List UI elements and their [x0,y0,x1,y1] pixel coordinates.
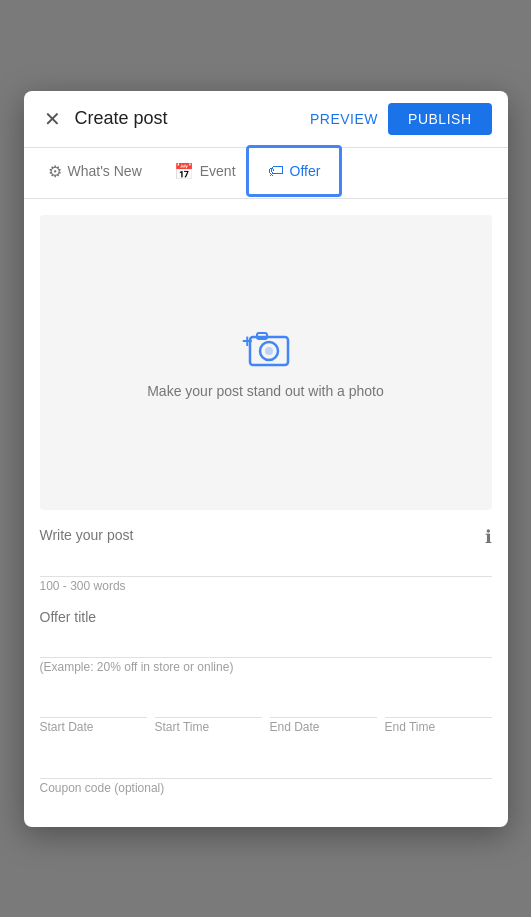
tab-event-label: Event [200,163,236,179]
camera-icon-wrap: + [240,325,292,371]
end-date-label: End Date [270,720,377,734]
start-date-label: Start Date [40,720,147,734]
write-post-hint: 100 - 300 words [40,579,492,593]
photo-upload-area[interactable]: + Make your post stand out with a photo [40,215,492,510]
svg-point-3 [265,347,273,355]
create-post-modal: ✕ Create post PREVIEW PUBLISH ⚙ What's N… [24,91,508,827]
tab-offer-label: Offer [290,163,321,179]
start-time-input[interactable] [155,690,262,718]
tabs-bar: ⚙ What's New 📅 Event 🏷 Offer [24,148,508,199]
start-date-field: Start Date [40,690,147,734]
coupon-label: Coupon code (optional) [40,781,492,795]
tab-event[interactable]: 📅 Event [158,148,252,198]
modal-header-left: ✕ Create post [40,105,168,133]
end-time-input[interactable] [385,690,492,718]
write-post-field-group: Write your post ℹ 100 - 300 words [40,526,492,593]
offer-title-label: Offer title [40,609,492,625]
date-time-row: Start Date Start Time End Date End Time [40,690,492,734]
offer-title-input[interactable] [40,629,492,658]
modal-overlay: ✕ Create post PREVIEW PUBLISH ⚙ What's N… [0,0,531,917]
tab-whats-new-label: What's New [68,163,142,179]
end-date-field: End Date [270,690,377,734]
write-post-label-row: Write your post ℹ [40,526,492,548]
start-time-label: Start Time [155,720,262,734]
preview-button[interactable]: PREVIEW [310,111,378,127]
start-time-field: Start Time [155,690,262,734]
end-date-input[interactable] [270,690,377,718]
info-icon[interactable]: ℹ [485,526,492,548]
modal-header: ✕ Create post PREVIEW PUBLISH [24,91,508,148]
offer-title-placeholder-hint: (Example: 20% off in store or online) [40,660,492,674]
offer-title-field-group: Offer title (Example: 20% off in store o… [40,609,492,674]
coupon-field-group: Coupon code (optional) [40,750,492,795]
gear-icon: ⚙ [48,162,62,181]
start-date-input[interactable] [40,690,147,718]
publish-button[interactable]: PUBLISH [388,103,491,135]
end-time-label: End Time [385,720,492,734]
tab-offer[interactable]: 🏷 Offer [252,148,337,197]
write-post-input[interactable] [40,548,492,577]
photo-prompt-text: Make your post stand out with a photo [147,383,384,399]
calendar-icon: 📅 [174,162,194,181]
modal-header-actions: PREVIEW PUBLISH [310,103,492,135]
add-photo-icon: + [240,325,292,367]
modal-body: + Make your post stand out with a photo [24,199,508,827]
modal-title: Create post [75,108,168,129]
close-button[interactable]: ✕ [40,105,65,133]
tab-whats-new[interactable]: ⚙ What's New [32,148,158,198]
offer-tag-icon: 🏷 [268,162,284,180]
coupon-input[interactable] [40,750,492,779]
write-post-label: Write your post [40,527,134,543]
end-time-field: End Time [385,690,492,734]
